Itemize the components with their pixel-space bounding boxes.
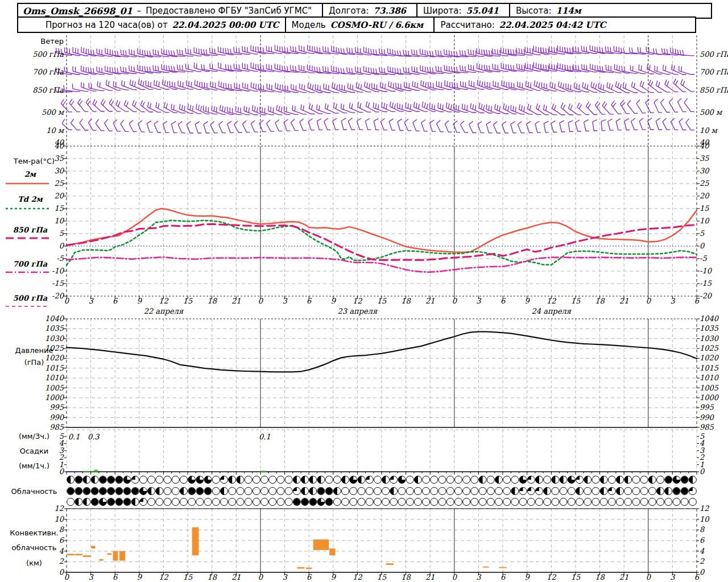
cloud-cover-circle xyxy=(333,498,341,506)
cloud-cover-circle xyxy=(253,476,260,484)
legend-label-t850: 850 гПа xyxy=(5,226,56,234)
pressure-ytick-left: 1005 xyxy=(19,384,64,392)
cloud-cover-circle xyxy=(511,498,519,506)
meteogram-canvas xyxy=(0,0,728,582)
cloud-cover-circle-fill xyxy=(317,476,321,484)
cloud-cover-circle xyxy=(600,498,607,506)
cloud-cover-circle xyxy=(325,476,333,484)
wind-barb xyxy=(479,103,493,113)
cloud-panel-title: Облачность xyxy=(5,488,64,496)
conv-ytick-left: 6 xyxy=(19,537,64,544)
wind-barb xyxy=(390,102,403,112)
wind-barb xyxy=(276,105,290,115)
temp-ytick-left: 15 xyxy=(19,205,64,213)
cloud-cover-circle xyxy=(535,498,543,506)
wind-barb xyxy=(88,119,96,130)
conv-ytick-left: 10 xyxy=(19,516,64,523)
wind-barb xyxy=(268,106,283,115)
cloud-cover-circle-fill xyxy=(115,498,122,505)
wind-barb xyxy=(639,65,654,74)
cloud-cover-circle xyxy=(592,488,599,495)
cloud-cover-circle-fill xyxy=(495,476,499,484)
cloud-cover-circle xyxy=(503,476,511,484)
cloud-cover-circle xyxy=(552,488,559,495)
wind-barb xyxy=(154,121,161,132)
cloud-cover-circle-fill xyxy=(689,488,693,492)
wind-barb xyxy=(129,120,136,132)
hour-label: 21 xyxy=(228,297,244,305)
wind-barb-row-5 xyxy=(62,118,694,133)
cloud-cover-circle-fill xyxy=(527,476,531,480)
wind-barb xyxy=(602,102,614,114)
day-label: 22 апреля xyxy=(129,307,197,315)
wind-barb xyxy=(462,103,476,113)
conv-ytick-right: 8 xyxy=(700,526,728,534)
cloud-cover-circle xyxy=(406,476,413,484)
cloud-cover-circle-fill xyxy=(309,498,316,505)
wind-barb xyxy=(201,64,218,71)
cloud-cover-circle xyxy=(439,476,446,484)
wind-barb xyxy=(568,120,573,132)
cloud-cover-circle-fill xyxy=(156,488,160,495)
pressure-ytick-left: 1040 xyxy=(19,315,64,323)
cloud-cover-circle xyxy=(220,498,228,506)
wind-barb xyxy=(611,101,622,114)
cloud-cover-circle-fill xyxy=(511,488,515,495)
wind-barb-row-3 xyxy=(55,79,694,93)
wind-barb xyxy=(660,99,670,113)
cloud-cover-circle xyxy=(253,488,260,495)
wind-barb xyxy=(366,101,379,112)
cloud-cover-circle xyxy=(374,476,381,484)
wind-barb xyxy=(228,121,234,132)
hour-label: 3 xyxy=(83,297,99,305)
cloud-cover-circle-fill xyxy=(196,488,203,494)
wind-barb xyxy=(164,102,177,113)
wind-level-label: 500 м xyxy=(19,109,64,117)
convective-cloud-bar xyxy=(499,567,506,568)
cloud-cover-circle xyxy=(180,476,187,484)
cloud-cover-circle-fill xyxy=(91,476,95,484)
wind-barb xyxy=(324,118,331,130)
hour-label-bottom: 12 xyxy=(543,573,559,581)
wind-barb xyxy=(204,106,218,114)
wind-barb xyxy=(244,106,258,115)
wind-barb xyxy=(348,118,355,130)
convective-cloud-bar xyxy=(119,551,125,561)
hour-label: 15 xyxy=(374,297,390,305)
wind-barb xyxy=(212,105,226,114)
cloud-cover-circle-fill xyxy=(617,476,621,484)
cloud-cover-circle-fill xyxy=(382,476,386,484)
wind-barb xyxy=(96,119,105,131)
cloud-cover-circle-fill xyxy=(293,498,300,505)
cloud-cover-circle-fill xyxy=(527,488,531,492)
temp-ytick-left: 10 xyxy=(19,217,64,225)
cloud-cover-circle xyxy=(269,488,276,495)
hour-label: 21 xyxy=(422,297,438,305)
temp-ytick-right: -10 xyxy=(700,267,728,275)
wind-level-label: 850 гПа xyxy=(19,86,64,94)
wind-barb xyxy=(267,120,275,131)
hour-label-bottom: 15 xyxy=(568,573,584,581)
cloud-cover-circle xyxy=(617,498,624,506)
wind-barb xyxy=(204,122,210,133)
wind-barb xyxy=(655,66,670,74)
wind-barb xyxy=(624,119,630,130)
conv-ytick-right: 12 xyxy=(700,505,728,513)
cloud-cover-circle xyxy=(431,488,438,495)
wind-barb xyxy=(147,121,153,132)
cloud-cover-circle xyxy=(229,498,236,506)
precip-amount-label: 0.3 xyxy=(88,433,110,441)
pressure-ytick-right: 1030 xyxy=(700,335,728,343)
cloud-cover-circle-fill xyxy=(83,498,87,506)
pressure-ytick-right: 985 xyxy=(700,423,728,431)
cloud-cover-circle-fill xyxy=(115,476,122,483)
hour-label: 15 xyxy=(568,297,584,305)
wind-barb-row-2 xyxy=(56,62,694,74)
wind-barb xyxy=(649,80,662,92)
cloud-cover-circle xyxy=(423,498,430,506)
convective-cloud-bar xyxy=(83,555,90,557)
wind-barb xyxy=(453,121,460,132)
hour-label-bottom: 21 xyxy=(616,573,632,581)
wind-barb xyxy=(219,121,226,132)
wind-barb xyxy=(333,102,347,113)
